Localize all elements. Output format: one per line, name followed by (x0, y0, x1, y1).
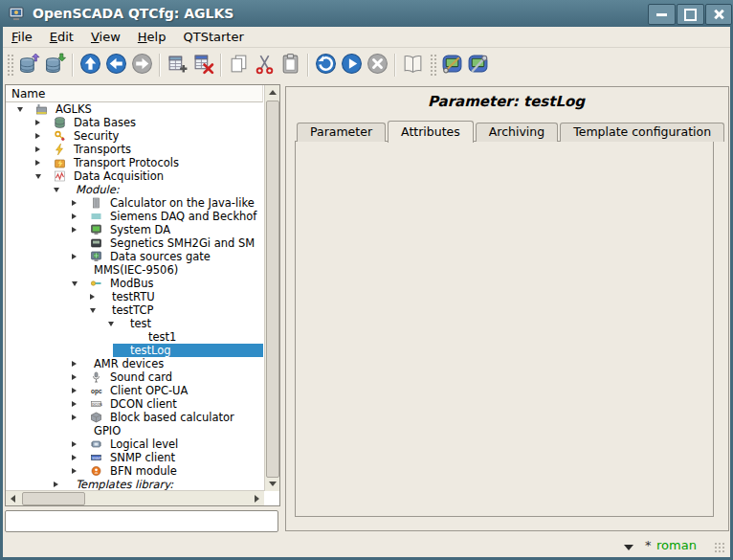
expand-arrow-icon[interactable] (72, 361, 77, 367)
back-button[interactable] (103, 52, 129, 78)
load-from-db-button[interactable] (16, 52, 42, 78)
tree-item-testlog[interactable]: testLog (6, 344, 263, 357)
scroll-down-arrow-icon[interactable] (265, 477, 279, 491)
tree-item-testtcp[interactable]: testTCP (6, 303, 263, 317)
scroll-up-arrow-icon[interactable] (265, 85, 279, 100)
manual-button[interactable] (400, 52, 426, 78)
forward-button[interactable] (129, 52, 155, 78)
expand-arrow-icon[interactable] (72, 441, 77, 447)
expand-arrow-icon[interactable] (72, 213, 77, 219)
tree-item-transport-protocols[interactable]: Transport Protocols (6, 156, 263, 169)
tree-item-testrtu[interactable]: testRTU (6, 290, 263, 303)
status-dropdown-icon[interactable] (624, 545, 633, 550)
collapse-arrow-icon[interactable] (54, 188, 59, 192)
paste-item-button[interactable] (278, 52, 303, 78)
expand-arrow-icon[interactable] (72, 388, 77, 393)
tree-item-gpio[interactable]: GPIO (6, 424, 263, 437)
maximize-button[interactable] (677, 4, 704, 25)
tree-item-siemens-daq-and-beckhof[interactable]: Siemens DAQ and Beckhof (6, 210, 263, 223)
tree-item-test1[interactable]: test1 (6, 330, 263, 344)
toolbar-separator (72, 54, 74, 77)
tree-item-security[interactable]: Security (6, 129, 263, 143)
start-updating-button[interactable] (339, 52, 365, 78)
expand-arrow-icon[interactable] (72, 227, 77, 233)
menu-file[interactable]: File (3, 28, 41, 46)
tree-item-test[interactable]: test (6, 317, 263, 330)
add-item-button[interactable] (165, 52, 190, 78)
tree-item-modbus[interactable]: ModBus (6, 277, 263, 290)
minimize-button[interactable] (648, 4, 676, 25)
tree-item-label: AGLKS (56, 102, 92, 116)
qtstarter-configurator-button[interactable] (439, 52, 465, 78)
expand-arrow-icon[interactable] (35, 120, 40, 125)
expand-arrow-icon[interactable] (35, 133, 40, 139)
tab-template-configuration[interactable]: Template configuration (560, 123, 724, 142)
scroll-right-arrow-icon[interactable] (250, 491, 264, 505)
expand-arrow-icon[interactable] (35, 146, 40, 152)
menu-view[interactable]: View (82, 28, 129, 46)
tree-item-calculator-on-the-java-like[interactable]: Calculator on the Java-like (6, 196, 263, 210)
collapse-arrow-icon[interactable] (35, 174, 41, 179)
menu-qtstarter[interactable]: QTStarter (174, 28, 252, 46)
tab-archiving[interactable]: Archiving (476, 123, 558, 142)
resize-grip[interactable] (714, 542, 726, 554)
tree-item-dcon-client[interactable]: DCONDCON client (6, 397, 263, 411)
tree-item-templates-library[interactable]: Templates library: (6, 478, 263, 491)
tree-item-bfn-module[interactable]: BFN module (6, 464, 263, 478)
tree-item-block-based-calculator[interactable]: Block based calculator (6, 411, 263, 424)
tree-horizontal-scrollbar[interactable] (6, 490, 264, 505)
expand-arrow-icon[interactable] (90, 294, 95, 300)
vertical-scroll-thumb[interactable] (266, 101, 279, 478)
tree-item-amr-devices[interactable]: AMR devices (6, 357, 263, 370)
collapse-arrow-icon[interactable] (108, 322, 114, 326)
expand-arrow-icon[interactable] (72, 374, 77, 380)
qtstarter-vision-button[interactable] (465, 52, 491, 78)
tree-item-logical-level[interactable]: Logical level (6, 437, 263, 451)
tree-item-module[interactable]: Module: (6, 183, 263, 196)
expand-arrow-icon[interactable] (72, 401, 77, 407)
tree-item-data-bases[interactable]: Data Bases (6, 116, 263, 129)
tab-attributes[interactable]: Attributes (388, 121, 474, 143)
tree-vertical-scrollbar[interactable] (264, 85, 279, 491)
tree-search-input[interactable] (5, 510, 278, 532)
expand-arrow-icon[interactable] (72, 455, 77, 460)
collapse-arrow-icon[interactable] (90, 308, 96, 313)
tree-item-segnetics-smh2gi-and-sm[interactable]: Segnetics SMH2Gi and SM (6, 236, 263, 250)
cut-item-button[interactable] (252, 52, 278, 78)
up-level-button[interactable] (78, 52, 103, 78)
scroll-left-arrow-icon[interactable] (6, 491, 20, 505)
stop-updating-icon (366, 53, 389, 78)
expand-arrow-icon[interactable] (54, 482, 58, 487)
tree-item-aglks[interactable]: AGLKS (6, 102, 263, 116)
delete-item-button[interactable] (190, 52, 216, 78)
menu-edit[interactable]: Edit (41, 28, 82, 46)
expand-arrow-icon[interactable] (35, 160, 40, 166)
tree-item-sound-card[interactable]: Sound card (6, 370, 263, 384)
tree-item-client-opc-ua[interactable]: opcClient OPC-UA (6, 384, 263, 397)
horizontal-scroll-thumb[interactable] (22, 492, 85, 505)
expand-arrow-icon[interactable] (72, 254, 77, 259)
tree-item-data-acquisition[interactable]: Data Acquisition (6, 169, 263, 183)
expand-arrow-icon[interactable] (72, 200, 77, 206)
window-titlebar[interactable]: OpenSCADA QTCfg: AGLKS (0, 0, 733, 27)
close-button[interactable] (705, 4, 732, 25)
refresh-button[interactable] (313, 52, 339, 78)
expand-arrow-icon[interactable] (72, 468, 77, 474)
tab-parameter[interactable]: Parameter (297, 123, 386, 142)
save-to-db-button[interactable] (42, 52, 68, 78)
tree-item-system-da[interactable]: System DA (6, 223, 263, 236)
menu-help[interactable]: Help (129, 28, 175, 46)
collapse-arrow-icon[interactable] (17, 107, 23, 112)
tree-item-snmp-client[interactable]: SNMPSNMP client (6, 451, 263, 464)
window-title: OpenSCADA QTCfg: AGLKS (33, 6, 233, 21)
collapse-arrow-icon[interactable] (72, 281, 78, 286)
toolbar-handle[interactable] (7, 54, 14, 77)
tree-item-transports[interactable]: Transports (6, 143, 263, 156)
expand-arrow-icon[interactable] (72, 414, 77, 420)
tree-item-mms-iec-9506[interactable]: MMS(IEC-9506) (6, 263, 263, 277)
tree-header-name[interactable]: Name (6, 85, 263, 102)
copy-item-button[interactable] (226, 52, 252, 78)
tree-item-data-sources-gate[interactable]: Data sources gate (6, 250, 263, 263)
stop-updating-button[interactable] (365, 52, 390, 78)
toolbar-handle[interactable] (430, 54, 437, 77)
